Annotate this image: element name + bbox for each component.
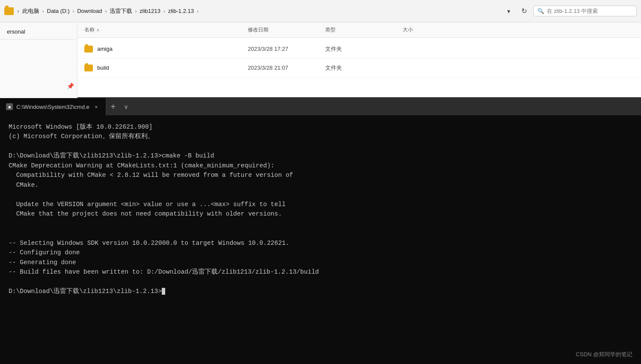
breadcrumb-item-0[interactable]: 此电脑: [22, 7, 39, 15]
file-name-amiga: amiga: [97, 46, 248, 52]
terminal-tab-bar: ■ C:\Windows\System32\cmd.e × + ∨: [0, 98, 641, 115]
terminal-line-3: D:\Download\迅雷下载\zlib1213\zlib-1.2.13>cm…: [9, 151, 632, 160]
breadcrumb-item-5[interactable]: zlib-1.2.13: [168, 8, 194, 14]
breadcrumb-chevron-5: ›: [197, 9, 199, 14]
address-folder-icon: [4, 7, 14, 15]
search-box: 🔍: [533, 6, 637, 16]
terminal-blank-2: [9, 190, 632, 199]
col-header-date[interactable]: 修改日期: [248, 26, 325, 34]
col-header-type[interactable]: 类型: [325, 26, 403, 34]
file-name-build: build: [97, 65, 248, 71]
file-row-build[interactable]: build 2023/3/28 21:07 文件夹: [77, 59, 641, 77]
sidebar-item-personal[interactable]: ersonal: [0, 26, 77, 37]
breadcrumb-item-2[interactable]: Download: [77, 8, 102, 14]
breadcrumb-item-3[interactable]: 迅雷下载: [110, 7, 132, 15]
file-rows: amiga 2023/3/28 17:27 文件夹 build 2023/3/2…: [77, 38, 641, 79]
file-list-area: 名称 ∧ 修改日期 类型 大小 amiga 2023/3/28 17:27 文件…: [77, 22, 641, 97]
sidebar-divider: [0, 39, 77, 40]
breadcrumb-chevron-2: ›: [105, 9, 107, 14]
terminal-cursor: [162, 288, 165, 295]
tab-close-button[interactable]: ×: [93, 103, 100, 110]
search-icon: 🔍: [537, 8, 544, 14]
terminal-blank-1: [9, 142, 632, 151]
terminal-line-2: (c) Microsoft Corporation。保留所有权利。: [9, 132, 632, 141]
sort-arrow-icon: ∧: [96, 28, 99, 32]
sidebar: ersonal 📌: [0, 22, 77, 98]
search-input[interactable]: [547, 8, 624, 14]
terminal-line-9: -- Selecting Windows SDK version 10.0.22…: [9, 238, 632, 248]
new-tab-button[interactable]: +: [106, 98, 120, 115]
terminal-content-area[interactable]: Microsoft Windows [版本 10.0.22621.900] (c…: [0, 115, 641, 364]
file-type-build: 文件夹: [325, 64, 403, 72]
col-header-size[interactable]: 大小: [403, 26, 634, 34]
terminal-tab-0[interactable]: ■ C:\Windows\System32\cmd.e ×: [0, 98, 106, 115]
terminal-blank-5: [9, 277, 632, 287]
breadcrumb-chevron-1: ›: [72, 9, 75, 14]
breadcrumb-separator-0: ›: [16, 8, 20, 14]
address-bar: › 此电脑 › Data (D:) › Download › 迅雷下载 › zl…: [0, 0, 641, 22]
terminal-line-12: -- Build files have been written to: D:/…: [9, 267, 632, 277]
file-type-amiga: 文件夹: [325, 45, 403, 53]
file-date-build: 2023/3/28 21:07: [248, 65, 325, 71]
watermark: CSDN @郑同学的笔记: [576, 350, 632, 359]
pin-icon[interactable]: 📌: [67, 83, 74, 89]
col-name-label: 名称: [84, 26, 95, 34]
cmd-icon: ■: [6, 103, 13, 110]
terminal: ■ C:\Windows\System32\cmd.e × + ∨ Micros…: [0, 98, 641, 364]
terminal-line-5: Compatibility with CMake < 2.8.12 will b…: [9, 170, 632, 180]
file-date-amiga: 2023/3/28 17:27: [248, 46, 325, 52]
col-size-label: 大小: [403, 26, 413, 34]
breadcrumb-chevron-3: ›: [135, 9, 137, 14]
terminal-line-8: CMake that the project does not need com…: [9, 209, 632, 219]
folder-icon-amiga: [84, 46, 93, 52]
terminal-tab-label: C:\Windows\System32\cmd.e: [16, 104, 89, 110]
column-headers: 名称 ∧ 修改日期 类型 大小: [77, 22, 641, 38]
breadcrumb-item-1[interactable]: Data (D:): [47, 8, 70, 14]
terminal-prompt-text: D:\Download\迅雷下载\zlib1213\zlib-1.2.13>: [9, 288, 162, 295]
col-header-name[interactable]: 名称 ∧: [84, 26, 248, 34]
folder-icon-build: [84, 65, 93, 71]
terminal-line-10: -- Configuring done: [9, 248, 632, 257]
refresh-button[interactable]: ↻: [518, 5, 530, 17]
breadcrumb-item-4[interactable]: zlib1213: [140, 8, 160, 14]
terminal-line-1: Microsoft Windows [版本 10.0.22621.900]: [9, 122, 632, 132]
breadcrumb-chevron-0: ›: [42, 9, 44, 14]
col-type-label: 类型: [325, 26, 336, 34]
address-dropdown-button[interactable]: ▾: [502, 5, 515, 17]
terminal-blank-4: [9, 228, 632, 238]
file-row-amiga[interactable]: amiga 2023/3/28 17:27 文件夹: [77, 40, 641, 59]
terminal-line-11: -- Generating done: [9, 258, 632, 267]
terminal-line-7: Update the VERSION argument <min> value …: [9, 200, 632, 209]
address-actions: ▾ ↻ 🔍: [502, 5, 637, 17]
file-explorer: › 此电脑 › Data (D:) › Download › 迅雷下载 › zl…: [0, 0, 641, 98]
col-date-label: 修改日期: [248, 26, 268, 34]
terminal-prompt-line: D:\Download\迅雷下载\zlib1213\zlib-1.2.13>: [9, 287, 632, 296]
tab-dropdown-button[interactable]: ∨: [120, 98, 132, 115]
terminal-line-4: CMake Deprecation Warning at CMakeLists.…: [9, 161, 632, 170]
breadcrumb-chevron-4: ›: [163, 9, 166, 14]
terminal-line-6: CMake.: [9, 180, 632, 190]
terminal-blank-3: [9, 219, 632, 228]
